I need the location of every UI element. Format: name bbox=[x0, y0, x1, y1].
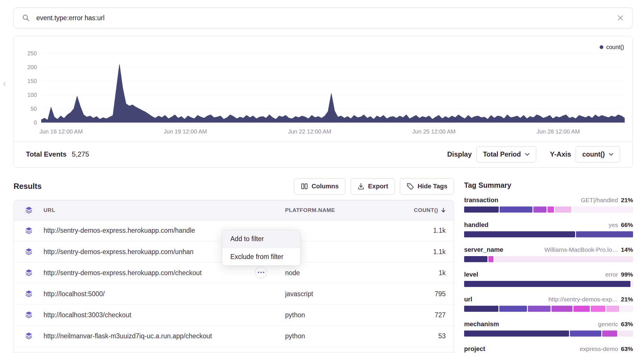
table-row[interactable]: http://localhost:3003/checkout python 72… bbox=[14, 304, 454, 325]
export-button[interactable]: Export bbox=[351, 178, 395, 194]
events-chart-panel: count() Total Events 5,275 Display Total… bbox=[14, 36, 632, 168]
tag-name: transaction bbox=[464, 196, 498, 204]
platform-cell[interactable]: node bbox=[285, 269, 406, 277]
count-cell: 53 bbox=[406, 332, 454, 340]
tag-segment[interactable] bbox=[591, 306, 605, 312]
menu-item[interactable]: Exclude from filter bbox=[222, 248, 300, 265]
tag-summary-item: server_name Williams-MacBook-Pro.lo… 14% bbox=[464, 246, 633, 262]
columns-button[interactable]: Columns bbox=[294, 178, 345, 194]
results-title: Results bbox=[14, 182, 42, 191]
column-header-url[interactable]: URL bbox=[44, 207, 285, 213]
count-cell: 727 bbox=[406, 311, 454, 319]
tag-bar-mechanism[interactable] bbox=[464, 331, 633, 337]
display-label: Display bbox=[447, 150, 472, 158]
total-events-value: 5,275 bbox=[72, 150, 89, 158]
tag-name: handled bbox=[464, 221, 488, 229]
tag-top-value: error bbox=[605, 271, 618, 278]
tag-top-value: generic bbox=[598, 321, 618, 328]
tag-segment[interactable] bbox=[620, 306, 633, 312]
tag-percentage: 99% bbox=[621, 271, 633, 278]
y-axis-tick-label: 100 bbox=[14, 91, 37, 99]
tag-percentage: 63% bbox=[621, 346, 633, 352]
tag-bar-url[interactable] bbox=[464, 306, 633, 312]
row-actions-button[interactable] bbox=[255, 266, 267, 278]
tag-name: level bbox=[464, 271, 478, 278]
tag-segment[interactable] bbox=[500, 206, 532, 213]
platform-cell[interactable]: python bbox=[285, 332, 406, 340]
tag-summary-item: level error 99% bbox=[464, 271, 633, 287]
column-header-platform[interactable]: PLATFORM.NAME bbox=[285, 207, 406, 213]
x-axis-tick-label: Jun 25 12:00 AM bbox=[399, 127, 468, 136]
menu-item[interactable]: Add to filter bbox=[222, 230, 300, 248]
tag-bar-level[interactable] bbox=[464, 281, 633, 287]
tag-percentage: 21% bbox=[621, 197, 633, 204]
tag-segment[interactable] bbox=[547, 206, 554, 213]
tag-segment[interactable] bbox=[464, 231, 575, 237]
chevron-down-icon bbox=[525, 153, 530, 156]
events-chart[interactable] bbox=[41, 46, 625, 123]
platform-cell[interactable]: python bbox=[285, 311, 406, 319]
tag-percentage: 21% bbox=[621, 296, 633, 303]
tag-segment[interactable] bbox=[464, 281, 630, 287]
y-axis-tick-label: 50 bbox=[14, 105, 37, 113]
tag-segment[interactable] bbox=[464, 306, 498, 312]
tag-segment[interactable] bbox=[631, 281, 633, 287]
tag-segment[interactable] bbox=[488, 256, 493, 262]
layers-icon bbox=[25, 206, 33, 215]
sort-desc-icon bbox=[440, 207, 446, 213]
tag-summary-item: handled yes 66% bbox=[464, 221, 633, 237]
x-axis-tick-label: Jun 19 12:00 AM bbox=[151, 127, 220, 136]
url-cell[interactable]: http://localhost:3003/checkout bbox=[44, 311, 285, 319]
search-input[interactable] bbox=[36, 14, 611, 22]
chart-series-area bbox=[41, 64, 625, 123]
url-cell[interactable]: http://localhost:5000/ bbox=[44, 290, 285, 298]
count-cell: 795 bbox=[406, 290, 454, 298]
layers-icon bbox=[25, 332, 33, 340]
search-bar bbox=[14, 7, 632, 28]
table-header: URL PLATFORM.NAME COUNT() bbox=[14, 200, 454, 220]
tag-segment[interactable] bbox=[528, 306, 551, 312]
tag-segment[interactable] bbox=[573, 306, 590, 312]
tag-bar-transaction[interactable] bbox=[464, 206, 633, 213]
tag-segment[interactable] bbox=[494, 256, 633, 262]
tag-segment[interactable] bbox=[606, 306, 619, 312]
count-cell: 1.1k bbox=[406, 227, 454, 234]
tag-top-value: Williams-MacBook-Pro.lo… bbox=[544, 246, 618, 253]
url-cell[interactable]: http://neilmanvar-flask-m3uuizd7iq-uc.a.… bbox=[44, 332, 285, 340]
x-axis-tick-label: Jun 28 12:00 AM bbox=[524, 127, 593, 136]
tag-segment[interactable] bbox=[464, 206, 499, 213]
tag-segment[interactable] bbox=[464, 256, 487, 262]
table-row[interactable]: http://localhost:5000/ javascript 795 bbox=[14, 283, 454, 304]
clear-search-button[interactable] bbox=[617, 14, 624, 22]
table-row[interactable]: http://neilmanvar-flask-m3uuizd7iq-uc.a.… bbox=[14, 325, 454, 346]
chevron-down-icon bbox=[609, 153, 613, 156]
url-cell[interactable]: http://sentry-demos-express.herokuapp.co… bbox=[44, 269, 285, 277]
platform-cell[interactable]: javascript bbox=[285, 290, 406, 298]
tag-segment[interactable] bbox=[555, 206, 571, 213]
tag-summary-item: url http://sentry-demos-exp… 21% bbox=[464, 296, 633, 312]
tag-bar-server_name[interactable] bbox=[464, 256, 633, 262]
tag-name: mechanism bbox=[464, 320, 499, 328]
tag-segment[interactable] bbox=[464, 331, 569, 337]
download-icon bbox=[357, 183, 365, 190]
hide-tags-button[interactable]: Hide Tags bbox=[400, 178, 454, 194]
tag-name: project bbox=[464, 345, 485, 353]
tag-segment[interactable] bbox=[570, 331, 602, 337]
tag-segment[interactable] bbox=[551, 306, 573, 312]
column-header-count[interactable]: COUNT() bbox=[406, 207, 454, 213]
display-dropdown[interactable]: Total Period bbox=[477, 146, 536, 162]
tag-segment[interactable] bbox=[602, 331, 617, 337]
tag-percentage: 63% bbox=[621, 321, 633, 328]
sidebar-collapse-handle[interactable]: ‹ bbox=[3, 78, 6, 88]
tag-segment[interactable] bbox=[572, 206, 633, 213]
tag-segment[interactable] bbox=[576, 231, 633, 237]
table-row[interactable] bbox=[14, 346, 454, 353]
tag-segment[interactable] bbox=[533, 206, 547, 213]
ellipsis-icon bbox=[258, 272, 259, 273]
tag-bar-handled[interactable] bbox=[464, 231, 633, 237]
tag-segment[interactable] bbox=[618, 331, 633, 337]
y-axis-dropdown[interactable]: count() bbox=[576, 146, 620, 162]
tag-name: server_name bbox=[464, 246, 503, 254]
tag-segment[interactable] bbox=[499, 306, 527, 312]
x-axis-tick-label: Jun 22 12:00 AM bbox=[275, 127, 344, 136]
